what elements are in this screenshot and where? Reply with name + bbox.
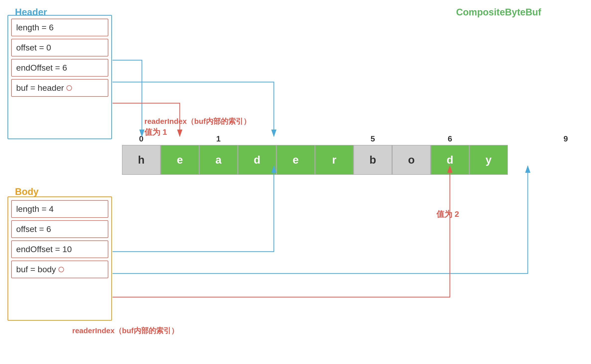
header-field-length: length = 6	[11, 19, 108, 36]
buf-circle-header	[66, 85, 72, 91]
header-field-offset: offset = 0	[11, 39, 108, 56]
index-row: 0 1 5 6 9 10	[122, 134, 591, 143]
body-label: Body	[15, 186, 39, 197]
value2-label: 值为 2	[436, 209, 459, 220]
body-field-endoffset: endOffset = 10	[11, 240, 108, 258]
header-field-buf: buf = header	[11, 79, 108, 97]
header-box: length = 6 offset = 0 endOffset = 6 buf …	[7, 15, 112, 139]
cell-b: b	[354, 145, 392, 175]
cell-r: r	[315, 145, 354, 175]
cell-e: e	[161, 145, 199, 175]
reader-index-header-label: readerIndex（buf内部的索引）	[144, 116, 251, 127]
composite-label: CompositeByteBuf	[456, 7, 541, 18]
idx-1: 1	[199, 134, 238, 143]
buf-circle-body	[59, 267, 64, 272]
value1-label: 值为 1	[144, 127, 167, 138]
cell-d2: d	[431, 145, 469, 175]
idx-5: 5	[354, 134, 392, 143]
cell-h: h	[122, 145, 161, 175]
idx-6: 6	[431, 134, 469, 143]
body-field-offset: offset = 6	[11, 220, 108, 238]
body-box: length = 4 offset = 6 endOffset = 10 buf…	[7, 196, 112, 321]
byte-row: h e a d e r b o d y	[122, 145, 591, 175]
byte-buffer: 0 1 5 6 9 10 h e a d e r b o d y	[122, 134, 591, 175]
reader-index-body-label: readerIndex（buf内部的索引）	[72, 326, 178, 336]
cell-a: a	[199, 145, 238, 175]
header-field-endoffset: endOffset = 6	[11, 59, 108, 77]
body-field-length: length = 4	[11, 200, 108, 218]
body-field-buf: buf = body	[11, 261, 108, 278]
cell-y: y	[469, 145, 508, 175]
cell-o: o	[392, 145, 431, 175]
idx-9: 9	[546, 134, 585, 143]
cell-e2: e	[276, 145, 315, 175]
cell-d: d	[238, 145, 276, 175]
